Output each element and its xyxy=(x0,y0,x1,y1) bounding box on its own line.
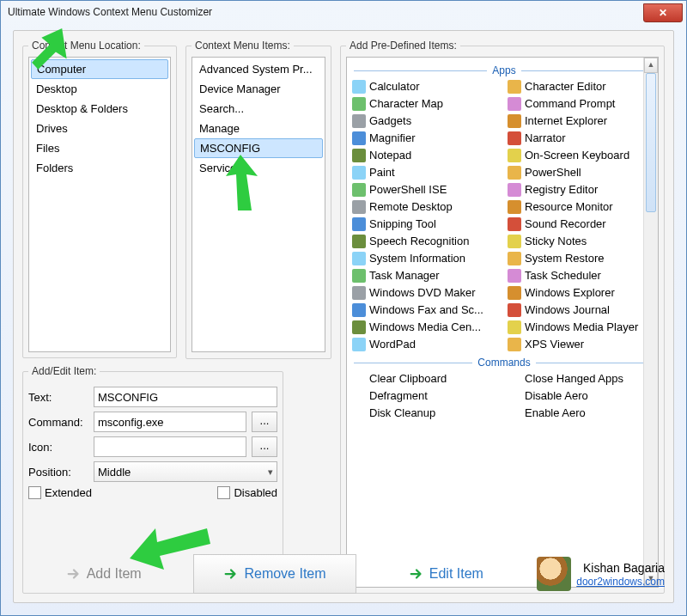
author-link[interactable]: door2windows.com xyxy=(576,576,665,588)
predefined-app-item[interactable]: PowerShell xyxy=(506,164,658,181)
location-item[interactable]: Desktop & Folders xyxy=(29,99,170,119)
app-label: Notepad xyxy=(369,148,411,163)
command-label: Command: xyxy=(28,416,88,429)
app-label: Character Map xyxy=(369,96,443,112)
predefined-app-item[interactable]: Notepad xyxy=(350,147,502,164)
location-listbox[interactable]: ComputerDesktopDesktop & FoldersDrivesFi… xyxy=(28,57,171,352)
predefined-app-item[interactable]: Gadgets xyxy=(350,113,502,130)
app-icon xyxy=(352,149,366,162)
location-item[interactable]: Desktop xyxy=(29,79,170,99)
predefined-app-item[interactable]: Windows Media Player xyxy=(506,319,658,336)
app-label: XPS Viewer xyxy=(525,337,584,352)
location-item[interactable]: Computer xyxy=(31,59,168,79)
predefined-app-item[interactable]: Task Manager xyxy=(350,267,502,284)
command-icon xyxy=(352,406,366,420)
menu-item[interactable]: Services xyxy=(192,158,325,178)
predefined-app-item[interactable]: Windows Explorer xyxy=(506,284,658,302)
predefined-app-item[interactable]: WordPad xyxy=(350,336,502,353)
location-item[interactable]: Drives xyxy=(29,119,170,138)
app-label: Windows Explorer xyxy=(525,285,615,301)
app-icon xyxy=(352,235,366,248)
predefined-app-item[interactable]: Narrator xyxy=(506,130,658,147)
app-icon xyxy=(508,149,521,162)
predefined-app-item[interactable]: Calculator xyxy=(350,78,502,95)
edit-item-button[interactable]: Edit Item xyxy=(365,554,527,594)
predefined-app-item[interactable]: Windows Journal xyxy=(506,302,658,319)
predefined-command-item[interactable]: Clear Clipboard xyxy=(350,370,502,387)
predefined-app-item[interactable]: System Information xyxy=(350,250,502,267)
items-listbox[interactable]: Advanced System Pr...Device ManagerSearc… xyxy=(192,57,325,352)
location-item[interactable]: Folders xyxy=(29,158,170,178)
app-icon xyxy=(352,97,366,111)
add-edit-group-label: Add/Edit Item: xyxy=(28,365,100,377)
app-icon xyxy=(508,166,521,180)
predefined-app-item[interactable]: Paint xyxy=(350,164,502,181)
location-item[interactable]: Files xyxy=(29,138,170,158)
app-icon xyxy=(508,200,521,214)
predefined-app-item[interactable]: On-Screen Keyboard xyxy=(506,147,658,164)
predefined-app-item[interactable]: Snipping Tool xyxy=(350,216,502,233)
predefined-app-item[interactable]: Task Scheduler xyxy=(506,267,658,284)
app-label: Magnifier xyxy=(369,131,415,146)
predefined-command-item[interactable]: Disable Aero xyxy=(506,387,658,405)
app-icon xyxy=(508,320,521,334)
remove-item-button[interactable]: Remove Item xyxy=(193,554,356,594)
app-icon xyxy=(352,183,366,197)
location-group: Context Menu Location: ComputerDesktopDe… xyxy=(22,40,177,358)
predefined-app-item[interactable]: Remote Desktop xyxy=(350,198,502,216)
menu-item[interactable]: Device Manager xyxy=(192,79,325,99)
predefined-app-item[interactable]: System Restore xyxy=(506,250,658,267)
app-label: Registry Editor xyxy=(525,182,598,198)
predefined-app-item[interactable]: Windows Media Cen... xyxy=(350,319,502,336)
predefined-app-item[interactable]: Command Prompt xyxy=(506,95,658,113)
predefined-app-item[interactable]: Speech Recognition xyxy=(350,233,502,250)
app-label: Windows Media Cen... xyxy=(369,320,481,335)
predefined-app-item[interactable]: Character Map xyxy=(350,95,502,113)
app-icon xyxy=(352,286,366,300)
predefined-app-item[interactable]: Registry Editor xyxy=(506,181,658,198)
predefined-app-item[interactable]: Resource Monitor xyxy=(506,198,658,216)
menu-item[interactable]: Manage xyxy=(192,119,325,138)
commands-section-header: Commands xyxy=(354,357,654,369)
scrollbar[interactable]: ▲ ▼ xyxy=(643,58,658,587)
predefined-app-item[interactable]: Character Editor xyxy=(506,78,658,95)
menu-item[interactable]: MSCONFIG xyxy=(194,138,323,158)
command-icon xyxy=(508,372,521,386)
app-icon xyxy=(352,131,366,145)
scroll-up-button[interactable]: ▲ xyxy=(644,58,658,73)
app-label: Command Prompt xyxy=(525,96,615,112)
predefined-app-item[interactable]: Sticky Notes xyxy=(506,233,658,250)
predefined-app-item[interactable]: Internet Explorer xyxy=(506,113,658,130)
predefined-listview[interactable]: Apps CalculatorCharacter EditorCharacter… xyxy=(346,57,659,588)
predefined-command-item[interactable]: Disk Cleanup xyxy=(350,405,502,422)
close-button[interactable]: ✕ xyxy=(643,3,683,22)
predefined-app-item[interactable]: Windows Fax and Sc... xyxy=(350,302,502,319)
scroll-thumb[interactable] xyxy=(646,73,656,212)
app-icon xyxy=(352,303,366,317)
add-item-button[interactable]: Add Item xyxy=(22,554,185,594)
predefined-app-item[interactable]: PowerShell ISE xyxy=(350,181,502,198)
predefined-group-label: Add Pre-Defined Items: xyxy=(346,40,460,52)
predefined-command-item[interactable]: Defragment xyxy=(350,387,502,405)
app-label: Remote Desktop xyxy=(369,199,453,215)
command-label: Defragment xyxy=(369,388,428,404)
app-label: Calculator xyxy=(369,79,420,95)
predefined-command-item[interactable]: Close Hanged Apps xyxy=(506,370,658,387)
predefined-app-item[interactable]: Sound Recorder xyxy=(506,216,658,233)
app-icon xyxy=(508,183,521,197)
predefined-app-item[interactable]: Magnifier xyxy=(350,130,502,147)
menu-item[interactable]: Search... xyxy=(192,99,325,119)
app-label: Resource Monitor xyxy=(525,199,613,215)
predefined-app-item[interactable]: XPS Viewer xyxy=(506,336,658,353)
app-label: PowerShell xyxy=(525,165,581,180)
client-area: Context Menu Location: ComputerDesktopDe… xyxy=(13,30,674,603)
app-window: Ultimate Windows Context Menu Customizer… xyxy=(0,0,687,616)
extended-checkbox[interactable]: Extended xyxy=(28,486,92,499)
predefined-app-item[interactable]: Windows DVD Maker xyxy=(350,284,502,302)
menu-item[interactable]: Advanced System Pr... xyxy=(192,59,325,79)
app-label: Windows Fax and Sc... xyxy=(369,302,483,318)
predefined-command-item[interactable]: Enable Aero xyxy=(506,405,658,422)
app-icon xyxy=(508,252,521,265)
app-label: Speech Recognition xyxy=(369,234,469,249)
items-group: Context Menu Items: Advanced System Pr..… xyxy=(185,40,331,359)
